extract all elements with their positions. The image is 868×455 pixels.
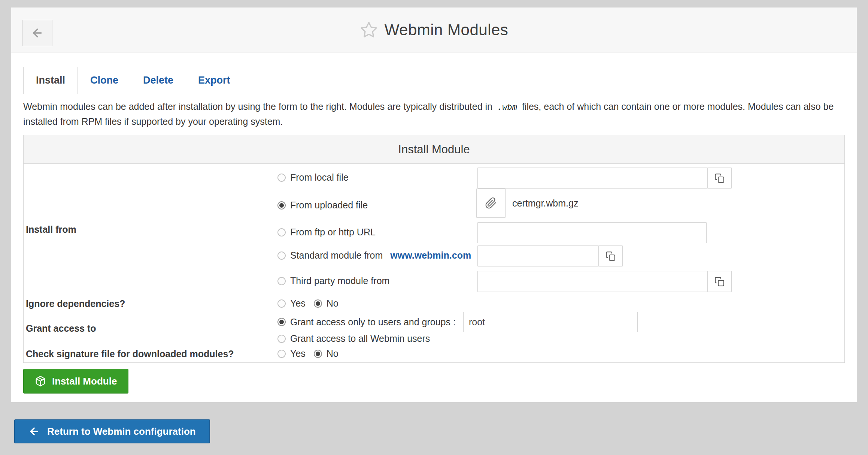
- radio-third-party[interactable]: [277, 277, 286, 285]
- intro-part1: Webmin modules can be added after instal…: [23, 101, 492, 112]
- radio-ignore-no-label: No: [327, 298, 339, 309]
- page-header: Webmin Modules: [11, 7, 857, 52]
- install-module-button[interactable]: Install Module: [23, 369, 128, 394]
- tab-delete[interactable]: Delete: [131, 67, 186, 94]
- uploaded-filename: certmgr.wbm.gz: [512, 198, 578, 209]
- radio-signature-yes[interactable]: [277, 350, 286, 358]
- radio-uploaded-file[interactable]: [277, 201, 286, 210]
- install-module-button-label: Install Module: [52, 376, 117, 387]
- tab-install[interactable]: Install: [23, 67, 78, 94]
- radio-grant-all[interactable]: [277, 335, 286, 343]
- radio-grant-all-label: Grant access to all Webmin users: [290, 333, 430, 344]
- radio-uploaded-file-label: From uploaded file: [290, 200, 368, 211]
- option-ftp-url: From ftp or http URL: [277, 227, 376, 238]
- radio-standard-module-label: Standard module from: [290, 250, 383, 261]
- radio-local-file-label: From local file: [290, 172, 349, 183]
- return-button-label: Return to Webmin configuration: [47, 426, 196, 437]
- ignore-dependencies-options: Yes No: [277, 298, 339, 309]
- tab-delete-label: Delete: [143, 75, 173, 86]
- grant-access-label: Grant access to: [26, 323, 96, 334]
- radio-grant-users-label: Grant access only to users and groups :: [290, 317, 456, 328]
- local-file-field: [477, 168, 732, 189]
- tab-clone[interactable]: Clone: [78, 67, 131, 94]
- intro-text: Webmin modules can be added after instal…: [23, 99, 845, 129]
- tab-export-label: Export: [198, 75, 230, 86]
- arrow-left-icon: [28, 426, 40, 437]
- standard-module-input[interactable]: [477, 245, 599, 266]
- page-title: Webmin Modules: [385, 21, 509, 39]
- radio-ignore-yes[interactable]: [277, 299, 286, 308]
- page-title-group: Webmin Modules: [11, 7, 857, 52]
- radio-signature-no-label: No: [327, 348, 339, 359]
- back-arrow-icon: [31, 27, 44, 39]
- radio-ignore-yes-label: Yes: [290, 298, 306, 309]
- tab-clone-label: Clone: [90, 75, 118, 86]
- ignore-dependencies-label: Ignore dependencies?: [26, 298, 125, 309]
- tab-export[interactable]: Export: [186, 67, 243, 94]
- third-party-field: [477, 271, 732, 292]
- star-icon[interactable]: [360, 21, 378, 39]
- uploaded-file-field: certmgr.wbm.gz: [476, 189, 578, 218]
- check-signature-options: Yes No: [277, 348, 339, 359]
- local-file-input[interactable]: [477, 168, 708, 189]
- third-party-input[interactable]: [477, 271, 708, 292]
- ftp-url-field: [477, 222, 707, 243]
- install-from-label: Install from: [26, 224, 76, 235]
- return-to-webmin-config-button[interactable]: Return to Webmin configuration: [14, 419, 210, 443]
- file-chooser-icon: [606, 251, 616, 261]
- standard-module-chooser-button[interactable]: [598, 245, 623, 266]
- upload-file-button[interactable]: [476, 189, 506, 218]
- paperclip-icon: [485, 197, 497, 209]
- standard-module-field: [477, 245, 623, 266]
- option-grant-all: Grant access to all Webmin users: [277, 333, 430, 344]
- panel-title: Install Module: [24, 135, 844, 164]
- radio-standard-module[interactable]: [277, 251, 286, 260]
- radio-local-file[interactable]: [277, 174, 286, 182]
- radio-signature-yes-label: Yes: [290, 348, 306, 359]
- ftp-url-input[interactable]: [477, 222, 707, 243]
- package-icon: [35, 376, 46, 387]
- file-chooser-icon: [714, 173, 725, 183]
- third-party-chooser-button[interactable]: [707, 271, 732, 292]
- option-local-file: From local file: [277, 172, 349, 183]
- radio-grant-users[interactable]: [277, 318, 286, 326]
- content-card: Webmin Modules Install Clone Delete Expo…: [11, 7, 857, 402]
- local-file-chooser-button[interactable]: [707, 168, 732, 189]
- option-third-party: Third party module from: [277, 275, 389, 286]
- radio-third-party-label: Third party module from: [290, 275, 389, 286]
- grant-users-input[interactable]: [463, 312, 638, 332]
- option-grant-users: Grant access only to users and groups :: [277, 311, 638, 332]
- panel-body: Install from Ignore dependencies? Grant …: [24, 164, 844, 362]
- wbm-code: .wbm: [495, 102, 519, 112]
- radio-ftp-url-label: From ftp or http URL: [290, 227, 376, 238]
- option-standard-module: Standard module from www.webmin.com: [277, 250, 471, 261]
- radio-signature-no[interactable]: [314, 350, 322, 358]
- webmin-com-link[interactable]: www.webmin.com: [390, 250, 471, 261]
- file-chooser-icon: [714, 277, 725, 287]
- install-module-panel: Install Module Install from Ignore depen…: [23, 135, 845, 363]
- radio-ftp-url[interactable]: [277, 228, 286, 236]
- radio-ignore-no[interactable]: [314, 299, 322, 308]
- option-uploaded-file: From uploaded file: [277, 200, 368, 211]
- back-button[interactable]: [22, 20, 52, 46]
- tab-bar: Install Clone Delete Export: [23, 67, 845, 94]
- check-signature-label: Check signature file for downloaded modu…: [26, 348, 234, 359]
- tab-install-label: Install: [36, 75, 65, 86]
